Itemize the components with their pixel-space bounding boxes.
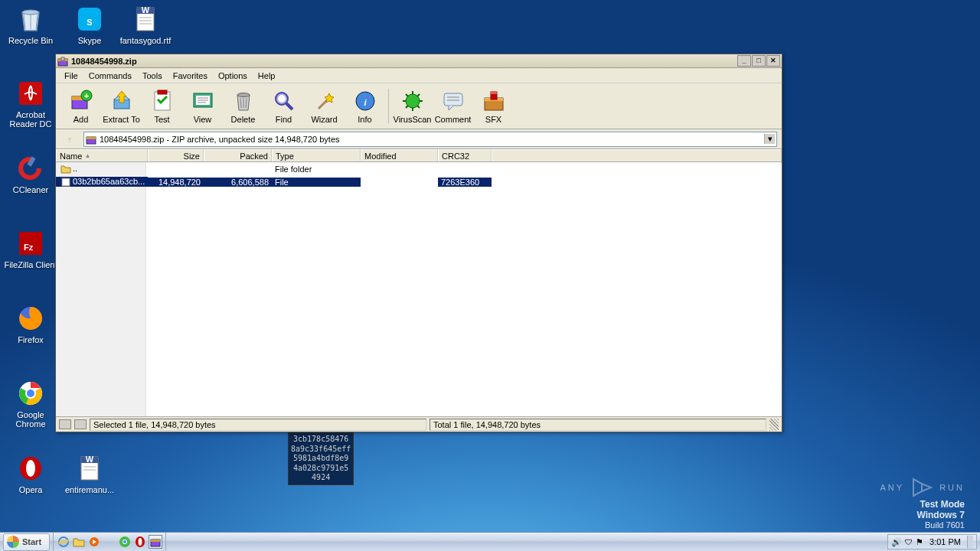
document-icon: W — [74, 453, 105, 484]
folder-icon — [60, 165, 71, 174]
watermark: ANYRUN Test Mode Windows 7 Build 7601 — [880, 476, 965, 530]
up-button[interactable]: ↑ — [60, 132, 79, 147]
tb-add[interactable]: +Add — [60, 85, 101, 128]
desktop-icon-firefox[interactable]: Firefox — [4, 303, 57, 344]
menu-commands[interactable]: Commands — [83, 70, 137, 82]
svg-point-73 — [123, 540, 126, 543]
menu-favorites[interactable]: Favorites — [168, 70, 213, 82]
virus-icon — [400, 89, 425, 113]
find-icon — [272, 89, 296, 113]
status-icon-lock[interactable] — [59, 419, 71, 429]
svg-point-16 — [27, 390, 34, 397]
desktop-icon-doc2[interactable]: W entiremanu... — [63, 453, 116, 494]
sort-asc-icon: ▲ — [84, 152, 90, 159]
addressbar: ↑ 10848454998.zip - ZIP archive, unpacke… — [56, 129, 782, 149]
recycle-bin-icon — [15, 4, 46, 34]
svg-rect-77 — [151, 540, 160, 542]
wizard-icon — [312, 89, 337, 113]
tray-shield-icon[interactable]: 🛡 — [905, 538, 913, 546]
tray-flag-icon[interactable]: ⚑ — [916, 537, 923, 547]
document-icon: W — [130, 4, 161, 34]
svg-point-39 — [237, 93, 250, 96]
col-packed[interactable]: Packed — [204, 149, 272, 161]
ql-chrome[interactable] — [118, 535, 132, 549]
svg-text:+: + — [83, 91, 88, 100]
tb-wizard[interactable]: Wizard — [304, 85, 345, 128]
list-header: Name ▲ Size Packed Type Modified CRC32 — [56, 149, 782, 162]
extract-icon — [109, 89, 134, 113]
menu-file[interactable]: File — [59, 70, 83, 82]
col-size[interactable]: Size — [148, 149, 204, 161]
col-crc[interactable]: CRC32 — [438, 149, 492, 161]
play-icon — [910, 476, 933, 499]
desktop-icon-opera[interactable]: Opera — [4, 453, 57, 494]
desktop-icon-filezilla[interactable]: Fz FileZilla Client — [4, 228, 57, 269]
tb-view[interactable]: View — [182, 85, 223, 128]
firefox-icon — [15, 303, 46, 334]
desktop-icon-skype[interactable]: S Skype — [63, 4, 116, 45]
test-icon — [150, 89, 175, 113]
path-text: 10848454998.zip - ZIP archive, unpacked … — [100, 135, 340, 144]
menu-options[interactable]: Options — [213, 70, 253, 82]
svg-rect-66 — [87, 137, 96, 139]
maximize-button[interactable]: □ — [752, 55, 766, 67]
status-selected: Selected 1 file, 14,948,720 bytes — [90, 419, 426, 431]
resize-grip[interactable] — [769, 419, 779, 431]
svg-point-75 — [139, 538, 142, 546]
windows-logo-icon — [7, 536, 19, 548]
file-icon — [60, 178, 71, 187]
ql-ie[interactable] — [57, 535, 70, 549]
skype-icon: S — [74, 4, 105, 34]
list-item[interactable]: 03b2bb65aa63cb... 14,948,720 6,606,588 F… — [56, 175, 782, 188]
tb-find[interactable]: Find — [263, 85, 304, 128]
chrome-icon — [15, 378, 46, 409]
desktop-icon-ccleaner[interactable]: CCleaner — [4, 153, 57, 194]
col-type[interactable]: Type — [272, 149, 361, 161]
ccleaner-icon — [15, 153, 46, 184]
desktop-icon-chrome[interactable]: Google Chrome — [4, 378, 57, 429]
tb-delete[interactable]: Delete — [223, 85, 263, 128]
menu-help[interactable]: Help — [253, 70, 281, 82]
tb-sfx[interactable]: SFX — [473, 85, 514, 128]
tb-info[interactable]: iInfo — [345, 85, 385, 128]
desktop-icon-acrobat[interactable]: Acrobat Reader DC — [4, 78, 57, 129]
tb-extract[interactable]: Extract To — [101, 85, 142, 128]
start-button[interactable]: Start — [3, 533, 50, 551]
tray-clock[interactable]: 3:01 PM — [926, 537, 964, 546]
ql-winrar[interactable] — [149, 535, 162, 549]
status-icon-key[interactable] — [74, 419, 87, 429]
info-icon: i — [353, 89, 377, 113]
tb-test[interactable]: Test — [142, 85, 182, 128]
view-icon — [191, 89, 215, 113]
acrobat-icon — [15, 78, 46, 109]
status-total: Total 1 file, 14,948,720 bytes — [430, 419, 766, 431]
ql-player[interactable] — [87, 535, 101, 549]
col-modified[interactable]: Modified — [361, 149, 438, 161]
path-dropdown[interactable]: ▾ — [764, 134, 775, 144]
svg-rect-9 — [19, 82, 42, 105]
ql-opera[interactable] — [133, 535, 147, 549]
close-button[interactable]: ✕ — [766, 55, 780, 67]
titlebar[interactable]: 10848454998.zip _ □ ✕ — [56, 54, 782, 68]
list-item[interactable]: .. File folder — [56, 162, 782, 175]
svg-point-0 — [22, 10, 39, 15]
svg-text:S: S — [87, 18, 92, 27]
tb-comment[interactable]: Comment — [433, 85, 473, 128]
toolbar-separator — [388, 89, 389, 123]
minimize-button[interactable]: _ — [737, 55, 751, 67]
col-name[interactable]: Name ▲ — [56, 149, 148, 161]
svg-line-54 — [406, 94, 408, 96]
desktop-icon-recycle-bin[interactable]: Recycle Bin — [4, 4, 57, 45]
tray-volume-icon[interactable]: 🔊 — [891, 537, 902, 547]
desktop-icon-rtf[interactable]: W fantasygod.rtf — [119, 4, 172, 45]
svg-line-55 — [417, 106, 420, 108]
path-field[interactable]: 10848454998.zip - ZIP archive, unpacked … — [83, 132, 777, 147]
filezilla-icon: Fz — [15, 228, 46, 259]
menu-tools[interactable]: Tools — [137, 70, 168, 82]
tray-desktop-button[interactable] — [967, 536, 973, 548]
ql-explorer[interactable] — [72, 535, 86, 549]
file-list[interactable]: .. File folder 03b2bb65aa63cb... 14,948,… — [56, 162, 782, 416]
comment-icon — [441, 89, 466, 113]
sfx-icon — [482, 89, 506, 113]
tb-virusscan[interactable]: VirusScan — [392, 85, 433, 128]
